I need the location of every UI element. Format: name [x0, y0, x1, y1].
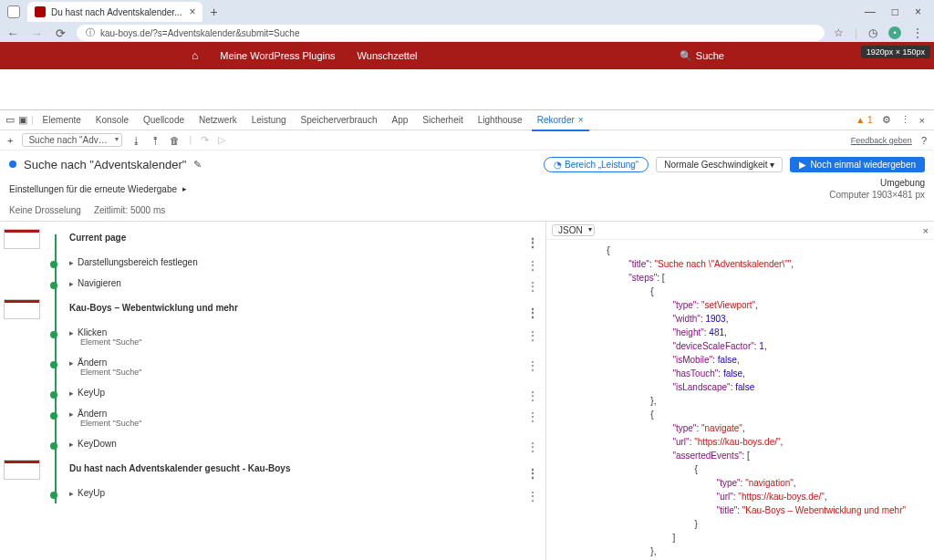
tab-leistung[interactable]: Leistung — [246, 110, 292, 130]
reload-icon[interactable]: ⟳ — [53, 26, 67, 40]
step-more-icon[interactable]: ⋮ — [527, 490, 538, 503]
recording-title: Suche nach "Adventskalender" — [24, 158, 186, 171]
site-header: ⌂ Meine WordPress Plugins Wunschzettel 🔍… — [0, 42, 934, 69]
warnings-badge[interactable]: ▲ 1 — [856, 115, 872, 125]
step-more-icon[interactable]: ⋮ — [527, 329, 538, 342]
step-more-icon[interactable]: ⋮ — [527, 441, 538, 453]
menu-icon[interactable]: ⋮ — [912, 26, 923, 39]
maximize-icon[interactable]: □ — [892, 5, 898, 18]
devtools-close-icon[interactable]: × — [919, 115, 925, 126]
page-blank-area — [0, 69, 934, 109]
step-keyup2[interactable]: KeyUp — [78, 488, 105, 498]
replay-settings[interactable]: Einstellungen für die erneute Wiedergabe — [9, 184, 177, 194]
timeout-value: Zeitlimit: 5000 ms — [94, 205, 165, 215]
tab-quellcode[interactable]: Quellcode — [138, 110, 190, 130]
chevron-right-icon: ▸ — [182, 184, 187, 193]
step-keyup[interactable]: KeyUp — [78, 388, 105, 398]
step-keydown[interactable]: KeyDown — [78, 439, 117, 449]
step-more-icon[interactable]: ⋮ — [527, 359, 538, 372]
speed-selector[interactable]: Normale Geschwindigkeit ▾ — [656, 157, 783, 172]
step-more-icon[interactable]: ⋮ — [527, 306, 538, 319]
extension-icon[interactable]: ◷ — [868, 26, 877, 39]
section-kauboys[interactable]: Kau-Boys – Webentwicklung und mehr ⋮ — [51, 299, 545, 322]
step-setviewport[interactable]: Darstellungsbereich festlegen — [78, 257, 198, 267]
devtools-tabs: ▭ ▣ | Elemente Konsole Quellcode Netzwer… — [0, 110, 934, 130]
add-icon[interactable]: + — [7, 135, 13, 146]
minimize-icon[interactable]: — — [865, 5, 876, 18]
search-icon: 🔍 — [680, 50, 692, 62]
browser-chrome: Du hast nach Adventskalender... × + — □ … — [0, 0, 934, 42]
star-icon[interactable]: ☆ — [834, 26, 844, 39]
step-more-icon[interactable]: ⋮ — [527, 389, 538, 402]
more-icon[interactable]: ⋮ — [900, 114, 910, 126]
back-icon[interactable]: ← — [5, 26, 20, 40]
step-navigate[interactable]: Navigieren — [78, 278, 121, 288]
new-tab-button[interactable]: + — [210, 5, 217, 19]
step-change[interactable]: Ändern — [78, 358, 107, 368]
continue-icon[interactable]: ▷ — [218, 134, 225, 146]
recording-dot-icon — [9, 161, 16, 168]
search-label: Suche — [696, 50, 724, 61]
environment-label: Umgebung — [829, 178, 925, 188]
nav-plugins[interactable]: Meine WordPress Plugins — [220, 50, 335, 61]
step-change2[interactable]: Ändern — [78, 409, 107, 419]
pipe-sep: | — [855, 26, 857, 39]
browser-tab[interactable]: Du hast nach Adventskalender... × — [27, 2, 202, 22]
code-close-icon[interactable]: × — [923, 225, 929, 236]
export-icon[interactable]: ⭱ — [150, 135, 161, 146]
tab-elemente[interactable]: Elemente — [37, 110, 87, 130]
favicon-icon — [35, 6, 46, 17]
tab-lighthouse[interactable]: Lighthouse — [472, 110, 528, 130]
step-more-icon[interactable]: ⋮ — [527, 410, 538, 423]
section-current-page[interactable]: Current page ⋮ — [51, 229, 545, 252]
tab-close-icon[interactable]: × — [578, 115, 584, 125]
recording-header: Suche nach "Adventskalender" ✎ ◔Bereich … — [0, 150, 934, 178]
step-more-icon[interactable]: ⋮ — [527, 259, 538, 272]
performance-panel-button[interactable]: ◔Bereich „Leistung“ — [544, 157, 649, 172]
format-selector[interactable]: JSON — [552, 224, 595, 236]
tab-netzwerk[interactable]: Netzwerk — [193, 110, 243, 130]
site-search[interactable]: 🔍 Suche — [680, 50, 724, 62]
inspect-icon[interactable]: ▭ — [5, 114, 15, 126]
tab-title: Du hast nach Adventskalender... — [51, 7, 182, 17]
device-icon[interactable]: ▣ — [18, 114, 27, 126]
forward-icon: → — [29, 26, 44, 40]
code-pane: JSON × { "title": "Suche nach \"Adventsk… — [545, 222, 934, 560]
thumbnail-icon — [4, 229, 40, 249]
home-icon[interactable]: ⌂ — [192, 49, 198, 62]
window-close-icon[interactable]: × — [915, 5, 921, 18]
url-text: kau-boys.de/?s=Adventskalender&submit=Su… — [100, 28, 299, 38]
nav-wishlist[interactable]: Wunschzettel — [358, 50, 418, 61]
address-bar[interactable]: ⓘ kau-boys.de/?s=Adventskalender&submit=… — [77, 25, 825, 41]
feedback-link[interactable]: Feedback geben — [851, 136, 912, 145]
tab-search-icon[interactable] — [7, 5, 20, 18]
recording-selector[interactable]: Suche nach "Adventskalen... — [22, 133, 122, 147]
step-click[interactable]: Klicken — [78, 327, 107, 337]
dimension-tooltip: 1920px × 150px — [861, 46, 930, 58]
tab-sicherheit[interactable]: Sicherheit — [417, 110, 468, 130]
tab-app[interactable]: App — [386, 110, 413, 130]
site-info-icon[interactable]: ⓘ — [86, 26, 95, 39]
json-content[interactable]: { "title": "Suche nach \"Adventskalender… — [546, 240, 934, 560]
profile-icon[interactable]: • — [888, 26, 901, 39]
tab-speicher[interactable]: Speicherverbrauch — [296, 110, 383, 130]
step-over-icon[interactable]: ↷ — [201, 134, 209, 146]
step-more-icon[interactable]: ⋮ — [527, 280, 538, 293]
tab-konsole[interactable]: Konsole — [90, 110, 134, 130]
section-search-result[interactable]: Du hast nach Adventskalender gesucht - K… — [51, 460, 545, 482]
steps-pane[interactable]: Current page ⋮ ▸Darstellungsbereich fest… — [0, 222, 545, 560]
tab-rekorder[interactable]: Rekorder× — [532, 110, 589, 130]
help-icon[interactable]: ? — [921, 135, 927, 146]
step-more-icon[interactable]: ⋮ — [527, 236, 538, 249]
devtools: ▭ ▣ | Elemente Konsole Quellcode Netzwer… — [0, 109, 934, 560]
delete-icon[interactable]: 🗑 — [170, 135, 180, 146]
environment-value: Computer 1903×481 px — [829, 190, 925, 200]
step-more-icon[interactable]: ⋮ — [527, 467, 538, 480]
edit-icon[interactable]: ✎ — [193, 159, 202, 171]
import-icon[interactable]: ⭳ — [131, 135, 141, 146]
thumbnail-icon — [4, 299, 40, 319]
gear-icon[interactable]: ⚙ — [882, 114, 891, 126]
close-icon[interactable]: × — [189, 5, 195, 18]
replay-button[interactable]: ▶Noch einmal wiedergeben — [790, 157, 925, 172]
thumbnail-icon — [4, 460, 40, 480]
